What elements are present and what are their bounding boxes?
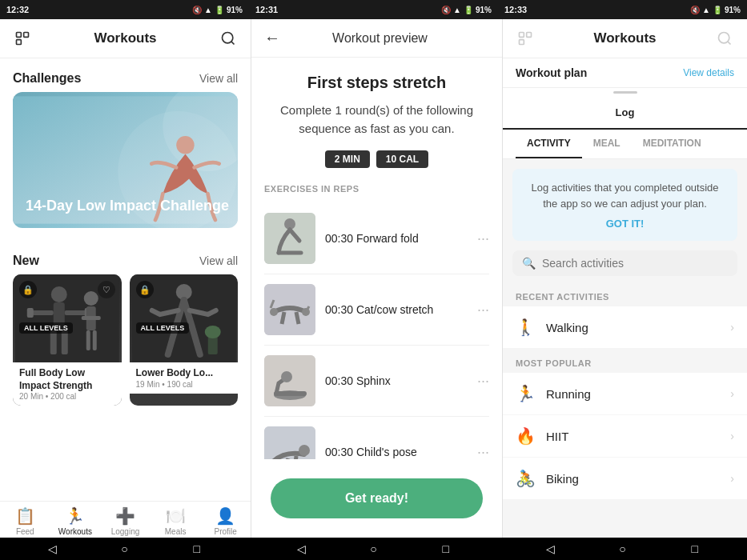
card-1-meta: 20 Min • 200 cal (19, 392, 115, 401)
popular-activities-list: 🏃 Running › 🔥 HIIT › 🚴 Biking › (503, 373, 747, 500)
activity-search-icon[interactable] (715, 29, 734, 48)
challenges-label: Challenges (13, 71, 81, 86)
svg-point-30 (270, 308, 278, 316)
card-1-badge: ALL LEVELS (19, 322, 73, 334)
svg-point-18 (84, 291, 98, 306)
back-sys-btn-1[interactable]: ◁ (44, 541, 60, 557)
nav-meals[interactable]: 🍽️ Meals (151, 506, 201, 536)
screen-activity: Workouts Workout plan View details Log A… (503, 19, 747, 538)
hiit-icon: 🔥 (516, 426, 535, 446)
tab-meal[interactable]: MEAL (582, 130, 632, 158)
svg-rect-13 (65, 310, 87, 315)
back-sys-btn-3[interactable]: ◁ (542, 541, 558, 557)
workout-plan-row: Workout plan View details (503, 58, 747, 88)
meals-icon: 🍽️ (166, 506, 186, 526)
preview-scroll[interactable]: First steps stretch Complete 1 round(s) … (251, 58, 502, 459)
time-2: 12:31 (255, 5, 278, 14)
card-2-meta: 19 Min • 190 cal (136, 380, 232, 389)
sys-nav-2: ◁ ○ □ (249, 538, 498, 560)
info-banner-text: Log activities that you completed outsid… (524, 180, 726, 211)
svg-rect-21 (86, 330, 90, 350)
back-sys-btn-2[interactable]: ◁ (293, 541, 309, 557)
workout-card-2[interactable]: 🔒 ALL LEVELS Lower Body Lo... 19 Min • 1… (130, 274, 239, 406)
preview-title: Workout preview (290, 31, 470, 46)
challenges-view-all[interactable]: View all (199, 72, 238, 85)
svg-rect-20 (82, 316, 101, 320)
status-icons-1: 🔇▲🔋 91% (192, 6, 243, 14)
back-button[interactable]: ← (264, 29, 280, 47)
logging-label: Logging (111, 527, 140, 536)
activity-running[interactable]: 🏃 Running › (503, 373, 747, 415)
nav-workouts[interactable]: 🏃 Workouts (50, 506, 101, 536)
nav-logging[interactable]: ➕ Logging (100, 506, 151, 536)
challenge-title: 14-Day Low Impact Challenge (26, 197, 229, 215)
activity-biking[interactable]: 🚴 Biking › (503, 458, 747, 500)
home-sys-btn-1[interactable]: ○ (116, 541, 132, 557)
exercise-1-more[interactable]: ··· (477, 230, 489, 247)
workouts-menu-icon[interactable] (13, 29, 32, 48)
svg-rect-38 (527, 33, 532, 38)
card-2-badge: ALL LEVELS (136, 322, 190, 334)
challenge-card[interactable]: 14-Day Low Impact Challenge (13, 92, 238, 228)
search-input[interactable] (542, 257, 728, 270)
nav-feed[interactable]: 📋 Feed (0, 506, 50, 536)
svg-point-10 (51, 286, 67, 302)
activity-hiit[interactable]: 🔥 HIIT › (503, 415, 747, 458)
svg-rect-37 (520, 33, 524, 38)
screens-container: Workouts Challenges View all (0, 19, 747, 538)
preview-header: ← Workout preview (251, 19, 502, 58)
feed-label: Feed (16, 527, 34, 536)
search-bar[interactable]: 🔍 (512, 250, 737, 276)
workout-plan-label: Workout plan (516, 66, 587, 79)
exercise-3: 00:30 Sphinx ··· (264, 346, 489, 417)
recent-sys-btn-2[interactable]: □ (438, 541, 454, 557)
home-sys-btn-3[interactable]: ○ (614, 541, 630, 557)
running-chevron-icon: › (730, 387, 734, 400)
got-it-button[interactable]: GOT IT! (524, 218, 726, 230)
exercise-2-thumb (264, 284, 315, 335)
exercise-2-name: 00:30 Cat/cow stretch (325, 303, 477, 316)
status-seg-2: 12:31 🔇▲🔋 91% (249, 0, 498, 19)
workout-card-1[interactable]: 🔒 ♡ ALL LEVELS Full Body Low Impact Stre… (13, 274, 122, 406)
svg-point-36 (299, 445, 310, 456)
exercise-3-more[interactable]: ··· (477, 373, 489, 390)
workouts-search-icon[interactable] (219, 29, 238, 48)
workouts-title: Workouts (94, 30, 156, 46)
svg-point-8 (176, 136, 194, 154)
new-view-all[interactable]: View all (199, 254, 238, 267)
exercise-1-thumb (264, 213, 315, 264)
new-label: New (13, 254, 39, 268)
svg-rect-39 (520, 40, 524, 45)
view-details-link[interactable]: View details (683, 67, 734, 78)
exercise-2-more[interactable]: ··· (477, 302, 489, 318)
activity-tabs: ACTIVITY MEAL MEDITATION (503, 130, 747, 159)
tab-activity[interactable]: ACTIVITY (516, 130, 582, 158)
nav-profile[interactable]: 👤 Profile (200, 506, 251, 536)
svg-point-26 (204, 326, 220, 338)
recent-sys-btn-3[interactable]: □ (687, 541, 703, 557)
exercises-label: EXERCISES IN REPS (264, 184, 489, 194)
activity-walking[interactable]: 🚶 Walking › (503, 306, 747, 349)
card-1-heart-icon[interactable]: ♡ (98, 281, 115, 298)
card-1-scene: 🔒 ♡ ALL LEVELS (13, 274, 122, 362)
exercise-4-thumb (264, 426, 315, 459)
exercise-4-more[interactable]: ··· (477, 444, 489, 460)
get-ready-button[interactable]: Get ready! (271, 478, 483, 518)
svg-point-40 (718, 33, 729, 43)
tab-meditation[interactable]: MEDITATION (632, 130, 713, 158)
activity-scroll[interactable]: Log activities that you completed outsid… (503, 159, 747, 538)
home-sys-btn-2[interactable]: ○ (365, 541, 381, 557)
exercise-2: 00:30 Cat/cow stretch ··· (264, 274, 489, 346)
svg-rect-0 (17, 33, 22, 38)
log-tab[interactable]: Log (503, 97, 747, 130)
svg-rect-1 (24, 33, 29, 38)
log-tabs: Log (503, 97, 747, 130)
recent-sys-btn-1[interactable]: □ (189, 541, 205, 557)
time-3: 12:33 (504, 5, 527, 14)
activity-menu-icon[interactable] (516, 29, 535, 48)
workouts-scroll[interactable]: Challenges View all (0, 58, 251, 501)
card-1-name: Full Body Low Impact Strength (19, 367, 115, 392)
walking-label: Walking (546, 321, 730, 334)
activity-screen-title: Workouts (593, 30, 656, 46)
status-icons-2: 🔇▲🔋 91% (441, 6, 492, 14)
